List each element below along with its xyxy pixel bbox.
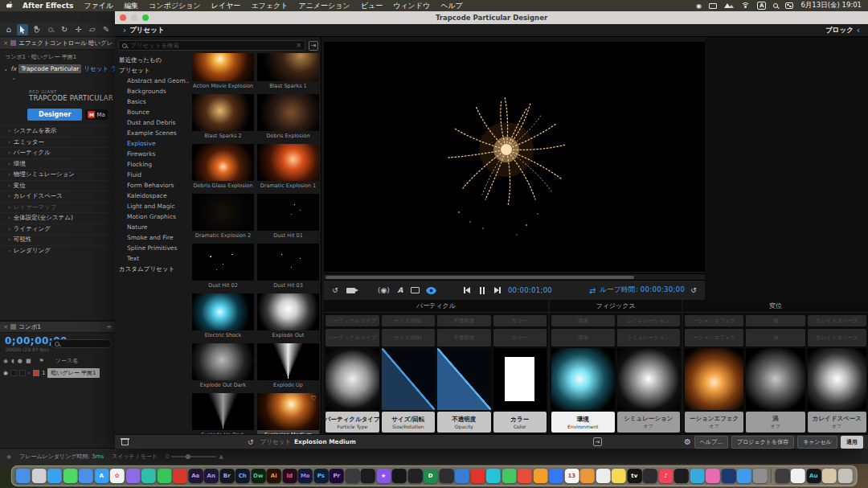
dock-icon-after-effects[interactable]: Ae — [188, 469, 203, 483]
dock-icon-photos[interactable]: ✿ — [110, 469, 125, 483]
dock-icon-settings[interactable] — [752, 469, 767, 483]
dock-icon-character-animator[interactable]: Ch — [235, 469, 250, 483]
block-dim[interactable]: パーティクルタイプ — [326, 315, 379, 326]
solo-column-icon[interactable]: ● — [18, 358, 23, 364]
menu-item[interactable]: ウィンドウ — [393, 1, 430, 11]
dock-icon-orange-folder[interactable] — [580, 469, 595, 483]
import-preset-icon[interactable]: ⇥ — [309, 41, 318, 51]
block-thumbnail[interactable] — [617, 348, 681, 410]
block-dim[interactable]: カレイドスペース — [808, 329, 866, 347]
category-item[interactable]: Example Scenes — [117, 128, 189, 138]
dock-icon-messages[interactable] — [63, 469, 77, 483]
dock-icon-safari[interactable] — [47, 469, 62, 483]
trash-icon[interactable] — [121, 438, 129, 445]
apply-button[interactable]: 適用 — [841, 436, 863, 449]
block-thumbnail[interactable] — [382, 348, 436, 410]
block-dim[interactable]: パーティクルタイプ — [326, 329, 379, 347]
designer-button[interactable]: Designer — [27, 109, 82, 121]
dock-icon-stickies[interactable] — [612, 469, 626, 483]
dock-icon-premiere[interactable]: Pr — [330, 469, 344, 483]
preset-search-box[interactable]: × — [118, 40, 305, 51]
category-custom[interactable]: カスタムプリセット — [117, 264, 189, 274]
twirl-icon[interactable]: › — [8, 161, 10, 167]
dock-icon-black-app[interactable] — [361, 469, 375, 483]
twirl-icon[interactable]: › — [8, 204, 10, 211]
dock-icon-magnet[interactable] — [455, 469, 469, 483]
dock-icon-white-app[interactable] — [596, 469, 610, 483]
effect-group-row[interactable]: ›エミッター — [0, 137, 115, 148]
category-item[interactable]: Nature — [117, 222, 189, 232]
refresh-preset-icon[interactable]: ↺ — [248, 438, 254, 446]
preset-item[interactable]: Blast Sparks 2 — [192, 94, 254, 141]
layer-name[interactable]: 暗いグレー 平面1 — [47, 368, 99, 378]
category-item-selected[interactable]: Explosive — [117, 138, 189, 149]
category-item[interactable]: Fluid — [117, 170, 189, 180]
shape-tool-icon[interactable]: ▱ — [87, 24, 97, 35]
preset-item[interactable]: Explode Up Dark — [192, 393, 254, 434]
preview-scrollbar[interactable] — [324, 273, 705, 280]
dock-icon-teal-app[interactable] — [141, 469, 156, 483]
dock-icon-preview-app[interactable] — [791, 469, 805, 483]
menu-item[interactable]: 編集 — [124, 1, 138, 11]
reset-view-icon[interactable]: ↺ — [330, 286, 340, 294]
block-button[interactable]: カラーColor — [493, 412, 547, 433]
block-button[interactable]: パーティクルタイプParticle Type — [326, 412, 379, 433]
twirl-icon-2[interactable]: ⌄ — [0, 75, 115, 81]
clear-search-icon[interactable]: × — [296, 42, 301, 49]
audio-column-icon[interactable]: ◖ — [11, 358, 14, 364]
category-item[interactable]: Light and Magic — [117, 201, 189, 211]
dock-icon-xcode[interactable] — [737, 469, 751, 483]
control-center-icon[interactable] — [785, 2, 793, 9]
effect-group-row[interactable]: ›ライティング — [0, 223, 115, 235]
block-button[interactable]: シミュレーションオフ — [617, 412, 681, 433]
loop-icon[interactable]: ⇄ — [589, 286, 596, 295]
blocks-expand-icon[interactable]: ‹ — [857, 26, 860, 35]
dock-icon-green-2[interactable] — [502, 469, 516, 483]
dock-icon-green-app[interactable] — [157, 469, 171, 483]
preset-item[interactable]: Explode Out Dark — [192, 343, 254, 390]
dock-icon-tv-2[interactable] — [643, 469, 657, 483]
preset-item[interactable]: Dust Hit 02 — [192, 244, 254, 290]
lock-column-icon[interactable]: ■ — [26, 358, 31, 364]
block-thumbnail[interactable] — [746, 348, 805, 410]
dock-icon-finder[interactable] — [16, 469, 31, 483]
category-item[interactable]: Motion Graphics — [117, 211, 189, 222]
block-thumbnail[interactable] — [551, 348, 615, 410]
dock-icon-audition[interactable]: Au — [806, 469, 821, 483]
block-dim[interactable]: ーションエフェク — [685, 329, 743, 347]
preset-item[interactable]: Blast Sparks 1 — [257, 53, 319, 91]
background-icon[interactable] — [411, 287, 420, 293]
dock-icon-illustrator[interactable]: Ai — [267, 469, 281, 483]
category-item[interactable]: Spline Primitives — [117, 243, 189, 253]
preset-item[interactable]: Dust Hit 01 — [257, 194, 319, 240]
wifi-icon[interactable] — [741, 2, 750, 9]
dock-icon-media-encoder[interactable]: Me — [298, 469, 313, 483]
dock-icon-teal-ring[interactable] — [486, 469, 501, 483]
go-to-start-button[interactable] — [462, 287, 472, 293]
preset-search-input[interactable] — [130, 42, 293, 49]
layer-row[interactable]: ◉ › 1 暗いグレー 平面1 — [0, 367, 115, 379]
block-dim[interactable]: カラー — [493, 315, 547, 326]
block-thumbnail[interactable] — [493, 348, 547, 410]
block-dim[interactable]: 渦 — [746, 329, 805, 347]
block-button[interactable]: サイズ/回転Size/Rotation — [382, 412, 436, 433]
dock-icon-orange-app[interactable] — [533, 469, 547, 483]
effect-name[interactable]: Trapcode Particular — [18, 64, 81, 73]
effect-group-row[interactable]: ›カレイドスペース — [0, 191, 115, 202]
source-name-column[interactable]: ソース名 — [55, 357, 78, 365]
dock-icon-launchpad[interactable] — [31, 469, 46, 483]
menu-item[interactable]: ビュー — [361, 1, 383, 11]
dock-icon-green-d[interactable]: D — [424, 469, 438, 483]
dock-icon-blue-app[interactable] — [549, 469, 563, 483]
category-item[interactable]: Bounce — [117, 107, 189, 117]
motion-blur-icon[interactable]: (◉) — [378, 286, 390, 294]
twirl-icon[interactable]: › — [8, 236, 10, 243]
dock-icon-gray-cam[interactable] — [345, 469, 359, 483]
effect-group-row[interactable]: ›物理シミュレーション — [0, 169, 115, 180]
switch-mode-label[interactable]: スイッチ / モード — [112, 453, 158, 461]
reset-link[interactable]: リセット — [84, 65, 108, 73]
close-panel-icon[interactable]: × — [3, 323, 8, 330]
block-dim[interactable]: 環境 — [551, 329, 615, 347]
dock-icon-final-cut[interactable] — [392, 469, 407, 483]
effect-group-row[interactable]: ›レイヤーマップ — [0, 202, 115, 213]
